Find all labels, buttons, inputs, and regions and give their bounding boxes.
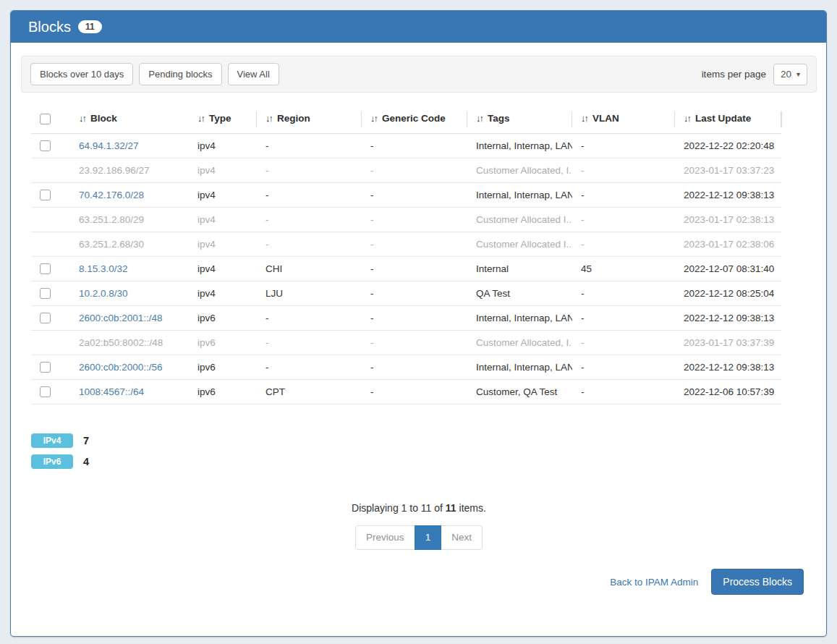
sort-icon: ↓↑: [265, 113, 272, 124]
block-link[interactable]: 2600:c0b:2001::/48: [79, 313, 163, 323]
column-header-generic-code[interactable]: ↓↑Generic Code: [362, 106, 467, 133]
region-cell: -: [257, 133, 362, 158]
block-link[interactable]: 10.2.0.8/30: [79, 288, 128, 299]
table-row: 63.251.2.68/30 ipv4 - - Customer Allocat…: [31, 232, 781, 256]
table-row: 70.42.176.0/28 ipv4 - - Internal, Intern…: [31, 182, 781, 207]
type-cell: ipv4: [189, 158, 257, 182]
column-header-last-update[interactable]: ↓↑Last Update: [675, 106, 781, 133]
block-cell: 8.15.3.0/32: [70, 256, 189, 281]
generic-code-cell: -: [362, 379, 467, 404]
block-link[interactable]: 70.42.176.0/28: [79, 190, 144, 200]
region-cell: -: [257, 355, 362, 379]
vlan-cell: -: [572, 232, 675, 256]
last-update-cell: 2022-12-12 09:38:13: [675, 305, 781, 330]
ipv6-badge: IPv6: [31, 454, 73, 469]
items-per-page-control: items per page 20 ▾: [702, 64, 807, 85]
blocks-count-badge: 11: [78, 20, 102, 33]
block-cell: 10.2.0.8/30: [70, 281, 189, 305]
block-cell: 64.94.1.32/27: [70, 133, 189, 158]
row-checkbox[interactable]: [40, 313, 51, 323]
current-page-button[interactable]: 1: [415, 525, 442, 550]
filter-view-all-button[interactable]: View All: [228, 63, 279, 85]
tags-cell: QA Test: [467, 281, 572, 305]
checkbox-cell: [31, 207, 70, 232]
checkbox-cell: [31, 256, 70, 281]
display-total: 11: [446, 502, 456, 514]
generic-code-cell: -: [362, 133, 467, 158]
column-header-type[interactable]: ↓↑Type: [189, 106, 257, 133]
blocks-panel: Blocks 11 Blocks over 10 days Pending bl…: [10, 10, 827, 637]
vlan-cell: 45: [572, 256, 675, 281]
last-update-cell: 2023-01-17 02:38:13: [675, 207, 781, 232]
sort-icon: ↓↑: [476, 113, 483, 124]
items-per-page-value: 20: [781, 69, 791, 80]
block-link: 63.251.2.68/30: [79, 239, 144, 250]
process-blocks-button[interactable]: Process Blocks: [711, 569, 804, 595]
row-checkbox[interactable]: [40, 288, 51, 299]
column-header-block[interactable]: ↓↑Block: [70, 106, 189, 133]
last-update-cell: 2022-12-12 09:38:13: [675, 355, 781, 379]
checkbox-cell: [31, 133, 70, 158]
row-checkbox[interactable]: [40, 263, 51, 274]
filter-button-group: Blocks over 10 days Pending blocks View …: [30, 63, 279, 85]
vlan-cell: -: [572, 305, 675, 330]
block-link[interactable]: 64.94.1.32/27: [79, 140, 139, 151]
generic-code-cell: -: [362, 232, 467, 256]
block-link[interactable]: 8.15.3.0/32: [79, 263, 128, 274]
checkbox-cell: [31, 232, 70, 256]
checkbox-cell: [31, 330, 70, 355]
panel-header: Blocks 11: [11, 11, 826, 43]
last-update-cell: 2022-12-06 10:57:39: [675, 379, 781, 404]
block-link[interactable]: 1008:4567::/64: [79, 386, 144, 397]
block-cell: 70.42.176.0/28: [70, 182, 189, 207]
type-cell: ipv6: [189, 330, 257, 355]
generic-code-cell: -: [362, 207, 467, 232]
type-cell: ipv4: [189, 207, 257, 232]
tags-cell: Customer Allocated I...: [467, 232, 572, 256]
filter-pending-blocks-button[interactable]: Pending blocks: [139, 63, 221, 85]
vlan-cell: -: [572, 133, 675, 158]
region-cell: -: [257, 305, 362, 330]
type-cell: ipv4: [189, 133, 257, 158]
type-cell: ipv6: [189, 305, 257, 330]
checkbox-cell: [31, 355, 70, 379]
block-cell: 2a02:b50:8002::/48: [70, 330, 189, 355]
ipv4-count: 7: [83, 435, 89, 446]
previous-page-button[interactable]: Previous: [355, 525, 415, 550]
row-checkbox[interactable]: [40, 362, 51, 373]
back-to-ipam-admin-link[interactable]: Back to IPAM Admin: [610, 577, 698, 588]
block-link[interactable]: 2600:c0b:2000::/56: [79, 362, 163, 373]
last-update-cell: 2023-01-17 03:37:23: [675, 158, 781, 182]
type-cell: ipv4: [189, 256, 257, 281]
row-checkbox[interactable]: [40, 386, 51, 397]
region-cell: -: [257, 182, 362, 207]
column-header-vlan[interactable]: ↓↑VLAN: [572, 106, 675, 133]
row-checkbox[interactable]: [40, 140, 51, 151]
region-cell: -: [257, 158, 362, 182]
page-title: Blocks: [28, 19, 71, 35]
next-page-button[interactable]: Next: [441, 525, 483, 550]
region-cell: CPT: [257, 379, 362, 404]
items-per-page-select[interactable]: 20 ▾: [773, 64, 807, 85]
column-header-tags[interactable]: ↓↑Tags: [467, 106, 572, 133]
last-update-cell: 2022-12-07 08:31:40: [675, 256, 781, 281]
type-cell: ipv4: [189, 182, 257, 207]
select-all-checkbox[interactable]: [40, 114, 51, 124]
ipv6-count: 4: [83, 456, 89, 467]
items-per-page-label: items per page: [702, 69, 766, 80]
filter-blocks-over-10-days-button[interactable]: Blocks over 10 days: [30, 63, 133, 85]
table-row: 23.92.186.96/27 ipv4 - - Customer Alloca…: [31, 158, 781, 182]
block-cell: 63.251.2.68/30: [70, 232, 189, 256]
type-cell: ipv4: [189, 232, 257, 256]
region-cell: -: [257, 330, 362, 355]
ipv4-badge: IPv4: [31, 433, 73, 448]
block-cell: 23.92.186.96/27: [70, 158, 189, 182]
vlan-cell: -: [572, 281, 675, 305]
column-header-region[interactable]: ↓↑Region: [257, 106, 362, 133]
last-update-cell: 2022-12-12 08:25:04: [675, 281, 781, 305]
row-checkbox[interactable]: [40, 190, 51, 200]
region-cell: -: [257, 232, 362, 256]
generic-code-cell: -: [362, 305, 467, 330]
tags-cell: Customer Allocated, I...: [467, 158, 572, 182]
tags-cell: Customer Allocated, I...: [467, 330, 572, 355]
